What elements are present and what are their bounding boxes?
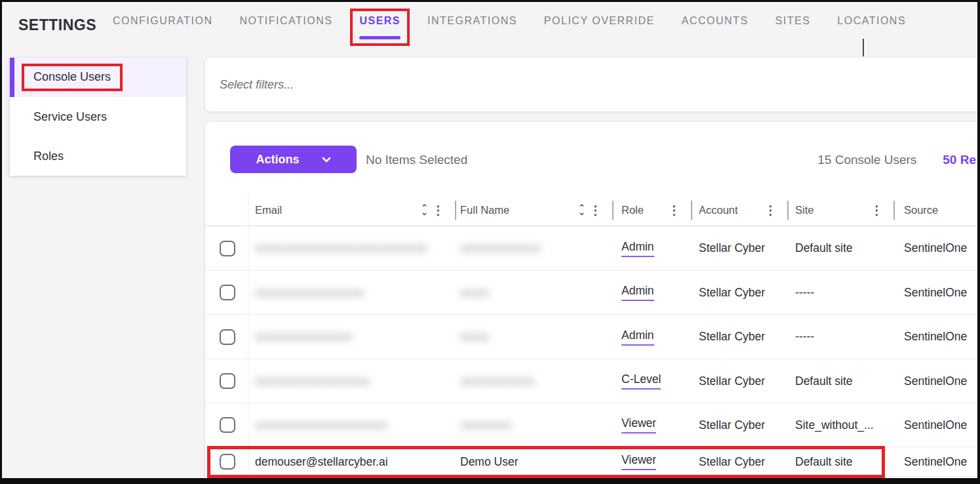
column-divider xyxy=(787,201,789,220)
source-cell: SentinelOne xyxy=(893,455,977,469)
full-name-cell: xxxxxxxxxxxxxx xyxy=(455,241,612,255)
app-window: SETTINGS CONFIGURATIONNOTIFICATIONSUSERS… xyxy=(0,0,980,484)
site-cell: Default site xyxy=(787,374,893,388)
row-checkbox[interactable] xyxy=(220,329,235,345)
checkbox-cell xyxy=(205,403,248,447)
nav-tab-label: USERS xyxy=(359,15,401,27)
nav-tab-sites[interactable]: SITES xyxy=(766,9,820,46)
email-cell: demouser@stellarcyber.ai xyxy=(248,455,455,469)
table-row: xxxxxxxxxxxxxxxxxxxxxxAdminStellar Cyber… xyxy=(205,315,977,359)
nav-tab-label: CONFIGURATION xyxy=(113,15,213,27)
full-name-cell: xxxxx xyxy=(455,286,612,300)
table-row: xxxxxxxxxxxxxxxxxxxxxxxxAdminStellar Cyb… xyxy=(205,271,977,315)
role-link[interactable]: Admin xyxy=(621,329,654,346)
account-cell: Stellar Cyber xyxy=(691,455,787,469)
tab-underline-placeholder xyxy=(544,36,655,39)
kebab-menu-icon[interactable]: ⋮ xyxy=(764,204,777,216)
role-link[interactable]: Viewer xyxy=(621,453,656,470)
sort-arrows-icon[interactable]: ⌃⌄ xyxy=(421,205,428,214)
row-checkbox[interactable] xyxy=(220,454,235,470)
nav-tab-integrations[interactable]: INTEGRATIONS xyxy=(418,9,526,46)
column-divider xyxy=(893,201,895,220)
nav-cursor-tick xyxy=(863,39,864,56)
row-checkbox[interactable] xyxy=(220,285,235,300)
records-per-page-link[interactable]: 50 Re xyxy=(943,153,976,167)
checkbox-cell xyxy=(205,226,248,270)
top-nav: CONFIGURATIONNOTIFICATIONSUSERSINTEGRATI… xyxy=(104,9,915,46)
nav-tab-accounts[interactable]: ACCOUNTS xyxy=(673,9,758,46)
column-header-site: Site⋮ xyxy=(787,194,893,226)
role-link[interactable]: C-Level xyxy=(621,373,661,390)
filter-input-placeholder: Select filters... xyxy=(205,78,294,92)
nav-tab-label: SITES xyxy=(775,15,811,27)
full-name-cell: xxxxxxxxxxxxx xyxy=(455,374,612,388)
full-name-cell: xxxxxxxxx xyxy=(455,418,612,432)
nav-tab-locations[interactable]: LOCATIONS xyxy=(828,9,915,46)
kebab-menu-icon[interactable]: ⋮ xyxy=(589,204,602,216)
sidebar-item-roles[interactable]: Roles xyxy=(10,136,186,176)
actions-button[interactable]: Actions xyxy=(230,146,357,173)
column-label: Account xyxy=(699,204,738,216)
site-cell: Default site xyxy=(787,241,893,255)
nav-tab-label: NOTIFICATIONS xyxy=(240,15,333,27)
column-label: Role xyxy=(621,204,644,216)
header-checkbox-cell xyxy=(205,194,248,226)
email-cell: xxxxxxxxxxxxxxxxxxx xyxy=(248,286,455,300)
column-label: Full Name xyxy=(460,204,509,216)
nav-tab-configuration[interactable]: CONFIGURATION xyxy=(104,9,222,46)
role-link[interactable]: Viewer xyxy=(621,416,656,434)
tab-underline-placeholder xyxy=(682,36,749,39)
site-cell: ----- xyxy=(787,330,893,344)
tab-underline-placeholder xyxy=(837,36,906,39)
page-title: SETTINGS xyxy=(18,16,96,34)
kebab-menu-icon[interactable]: ⋮ xyxy=(668,204,680,216)
role-cell: C-Level xyxy=(612,373,691,390)
row-checkbox[interactable] xyxy=(220,241,235,256)
account-cell: Stellar Cyber xyxy=(691,374,787,388)
account-cell: Stellar Cyber xyxy=(691,330,787,344)
table-row: xxxxxxxxxxxxxxxxxxxxxxxxxxxxxxxxViewerSt… xyxy=(205,403,977,447)
email-cell: xxxxxxxxxxxxxxxxxxxx xyxy=(248,374,455,388)
kebab-menu-icon[interactable]: ⋮ xyxy=(432,204,444,216)
checkbox-cell xyxy=(205,271,248,314)
role-link[interactable]: Admin xyxy=(621,240,654,257)
settings-sidebar: Console UsersService UsersRoles xyxy=(10,58,186,176)
sidebar-item-console-users[interactable]: Console Users xyxy=(10,58,186,97)
column-header-role: Role⋮ xyxy=(612,194,691,226)
role-link[interactable]: Admin xyxy=(621,284,654,301)
nav-tab-label: POLICY OVERRIDE xyxy=(544,15,655,27)
email-cell: xxxxxxxxxxxxxxxxxxxxxxxxxxxxxx xyxy=(248,241,455,255)
table-row: demouser@stellarcyber.aiDemo UserViewerS… xyxy=(205,447,977,477)
column-header-source: Source xyxy=(893,194,977,226)
active-tab-underline xyxy=(359,36,401,39)
filter-bar[interactable]: Select filters... xyxy=(205,58,977,111)
row-checkbox[interactable] xyxy=(220,417,235,433)
kebab-menu-icon[interactable]: ⋮ xyxy=(871,204,883,216)
email-cell: xxxxxxxxxxxxxxxxx xyxy=(248,330,455,344)
site-cell: Default site xyxy=(787,455,893,469)
chevron-down-icon xyxy=(322,157,331,163)
checkbox-cell xyxy=(205,359,248,403)
nav-tab-policy-override[interactable]: POLICY OVERRIDE xyxy=(535,9,664,46)
nav-tab-users[interactable]: USERS xyxy=(350,9,410,46)
sidebar-item-service-users[interactable]: Service Users xyxy=(10,97,186,136)
actions-button-label: Actions xyxy=(256,153,299,167)
checkbox-cell xyxy=(205,315,248,359)
role-cell: Admin xyxy=(612,329,691,346)
console-users-card: Actions No Items Selected 15 Console Use… xyxy=(205,122,977,478)
account-cell: Stellar Cyber xyxy=(691,286,787,300)
settings-header: SETTINGS CONFIGURATIONNOTIFICATIONSUSERS… xyxy=(2,2,977,58)
full-name-cell: xxxxx xyxy=(455,330,612,344)
role-cell: Viewer xyxy=(612,453,691,470)
sidebar-item-label: Roles xyxy=(33,150,64,163)
source-cell: SentinelOne xyxy=(893,330,977,344)
role-cell: Admin xyxy=(612,240,691,257)
toolbar-right-group: 15 Console Users 50 Re xyxy=(817,153,976,167)
column-label: Email xyxy=(255,204,282,216)
nav-tab-notifications[interactable]: NOTIFICATIONS xyxy=(231,9,342,46)
nav-tab-label: ACCOUNTS xyxy=(682,15,749,27)
row-checkbox[interactable] xyxy=(220,373,235,389)
full-name-cell: Demo User xyxy=(455,455,612,469)
sort-arrows-icon[interactable]: ⌃⌄ xyxy=(578,205,585,214)
source-cell: SentinelOne xyxy=(893,241,977,255)
